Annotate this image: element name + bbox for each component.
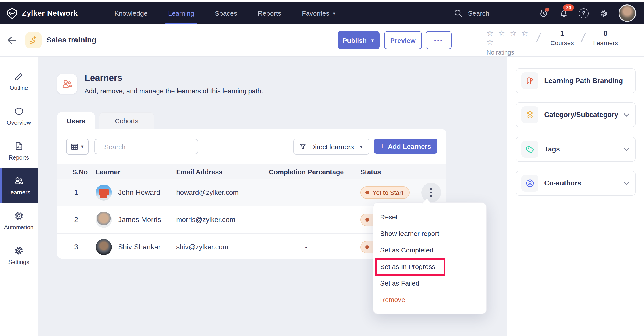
back-arrow-button[interactable] xyxy=(6,35,17,45)
menu-item-set-as-completed[interactable]: Set as Completed xyxy=(374,242,486,258)
status-dot-icon xyxy=(366,245,369,249)
tags-card[interactable]: Tags xyxy=(516,137,636,162)
rating-block: ☆ ☆ ☆ ☆ ☆ No ratings xyxy=(486,29,531,56)
row-sno: 3 xyxy=(57,243,96,251)
learner-tabs: Users Cohorts xyxy=(57,112,154,129)
navbar-icons: 70 ? xyxy=(538,8,609,18)
card-label: Tags xyxy=(544,145,560,153)
status-dot-icon xyxy=(366,218,369,222)
window-top-strip xyxy=(0,0,644,2)
sidebar-item-overview[interactable]: Overview xyxy=(0,99,38,134)
col-status: Status xyxy=(353,168,416,175)
notification-count-badge: 70 xyxy=(563,4,574,11)
notifications-button[interactable]: 70 xyxy=(558,8,568,18)
chevron-down-icon: ▼ xyxy=(370,38,375,43)
row-sno: 1 xyxy=(57,189,96,197)
nav-item-favorites[interactable]: Favorites▼ xyxy=(302,2,336,24)
people-icon xyxy=(14,176,24,186)
tab-cohorts[interactable]: Cohorts xyxy=(99,112,154,129)
zylker-logo-icon xyxy=(6,7,18,19)
sidebar-item-reports[interactable]: Reports xyxy=(0,134,38,168)
learning-path-icon xyxy=(28,35,38,45)
user-avatar[interactable] xyxy=(618,4,636,22)
col-email: Email Address xyxy=(176,168,260,175)
learning-path-header: Sales training Publish▼ Preview ••• ☆ ☆ … xyxy=(0,24,644,57)
co-authors-card[interactable]: Co-authors xyxy=(516,171,636,196)
learner-name: James Morris xyxy=(118,216,161,224)
stat-separator: / xyxy=(537,31,540,45)
sidebar-item-outline[interactable]: Outline xyxy=(0,64,38,99)
report-doc-icon xyxy=(14,141,24,151)
tab-users[interactable]: Users xyxy=(57,112,95,129)
category-subcategory-card[interactable]: Category/Subcategory xyxy=(516,102,636,127)
category-icon xyxy=(522,106,538,123)
reminders-button[interactable] xyxy=(538,8,548,18)
search-icon xyxy=(454,9,463,17)
courses-count: 1 xyxy=(546,29,578,37)
settings-button[interactable] xyxy=(599,8,609,18)
avatar xyxy=(96,185,112,201)
header-divider xyxy=(466,30,466,50)
menu-item-set-as-in-progress[interactable]: Set as In Progress xyxy=(374,258,486,275)
status-dot-icon xyxy=(366,191,369,194)
col-learner: Learner xyxy=(96,168,176,175)
sidebar-item-learners[interactable]: Learners xyxy=(0,168,38,203)
help-button[interactable]: ? xyxy=(579,8,588,18)
pencil-icon xyxy=(14,71,24,81)
learners-label: Learners xyxy=(590,39,621,46)
row-actions-kebab-button[interactable] xyxy=(421,183,441,202)
learners-count: 0 xyxy=(590,29,621,37)
toolbar-actions: Direct learners ▼ + Add Learners xyxy=(293,138,438,155)
gear-icon xyxy=(600,9,608,17)
co-authors-icon xyxy=(522,175,538,192)
brand-name: Zylker Network xyxy=(22,9,78,18)
menu-item-show-learner-report[interactable]: Show learner report xyxy=(374,225,486,242)
card-label: Category/Subcategory xyxy=(544,111,618,119)
publish-button[interactable]: Publish▼ xyxy=(338,31,380,49)
sidebar-item-settings[interactable]: Settings xyxy=(0,238,38,273)
learner-name: Shiv Shankar xyxy=(118,243,160,251)
more-options-button[interactable]: ••• xyxy=(426,31,452,49)
sidebar-item-automation[interactable]: Automation xyxy=(0,203,38,238)
menu-item-remove[interactable]: Remove xyxy=(374,291,486,308)
nav-item-knowledge[interactable]: Knowledge xyxy=(114,2,147,24)
learner-email: shiv@zylker.com xyxy=(176,243,260,251)
search-input[interactable] xyxy=(103,142,194,151)
learner-filter-dropdown[interactable]: Direct learners ▼ xyxy=(293,138,370,155)
reminder-alert-dot xyxy=(545,7,549,11)
table-view-selector[interactable]: ▼ xyxy=(66,138,88,155)
global-search[interactable]: Search xyxy=(454,9,489,17)
completion-value: - xyxy=(260,216,353,224)
learners-header-tile xyxy=(57,74,77,94)
avatar xyxy=(96,239,112,255)
rating-label: No ratings xyxy=(486,49,531,56)
nav-item-spaces[interactable]: Spaces xyxy=(215,2,237,24)
chevron-down-icon: ▼ xyxy=(332,11,336,15)
brand[interactable]: Zylker Network xyxy=(6,7,78,19)
page-title: Sales training xyxy=(46,36,96,45)
right-panel: Learning Path Branding Category/Subcateg… xyxy=(507,57,644,336)
nav-item-reports[interactable]: Reports xyxy=(258,2,281,24)
chevron-down-icon xyxy=(624,147,630,151)
top-navbar: Zylker Network Knowledge Learning Spaces… xyxy=(0,2,644,24)
courses-label: Courses xyxy=(546,39,578,46)
info-icon xyxy=(14,106,24,116)
completion-value: - xyxy=(260,243,353,251)
navbar-right: Search 70 ? xyxy=(454,4,636,22)
table-search xyxy=(94,139,198,154)
menu-item-set-as-failed[interactable]: Set as Failed xyxy=(374,275,486,291)
question-mark-icon: ? xyxy=(579,8,588,18)
preview-button[interactable]: Preview xyxy=(384,31,422,49)
chevron-down-icon: ▼ xyxy=(359,144,364,149)
menu-item-reset[interactable]: Reset xyxy=(374,209,486,225)
nav-item-learning[interactable]: Learning xyxy=(168,2,194,24)
learning-path-branding-card[interactable]: Learning Path Branding xyxy=(516,68,636,93)
table-toolbar: ▼ Direct learners ▼ + xyxy=(57,129,446,164)
chevron-down-icon: ▼ xyxy=(80,144,84,149)
stat-separator: / xyxy=(582,31,585,45)
branding-icon xyxy=(522,72,538,89)
star-rating-icons[interactable]: ☆ ☆ ☆ ☆ ☆ xyxy=(486,29,531,47)
learner-email: howard@zylker.com xyxy=(176,189,260,197)
add-learners-button[interactable]: + Add Learners xyxy=(374,138,438,154)
plus-icon: + xyxy=(380,142,384,150)
